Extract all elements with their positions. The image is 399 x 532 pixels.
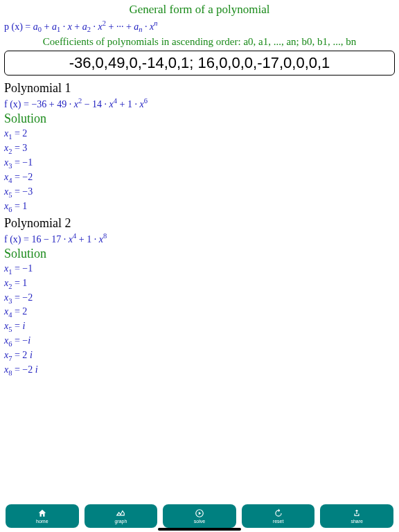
tab-label: graph (114, 519, 127, 524)
root-item: x2 = 3 (4, 142, 395, 157)
graph-icon (116, 508, 125, 518)
root-item: x7 = 2 i (4, 349, 395, 364)
home-indicator (158, 528, 241, 531)
root-item: x6 = 1 (4, 200, 395, 215)
tab-label: home (36, 519, 48, 524)
root-item: x8 = −2 i (4, 364, 395, 378)
root-item: x2 = 1 (4, 277, 395, 292)
root-item: x6 = −i (4, 335, 395, 349)
root-item: x3 = −1 (4, 157, 395, 171)
root-item: x1 = 2 (4, 127, 395, 142)
root-item: x4 = −2 (4, 171, 395, 186)
page-title: General form of a polynomial (4, 3, 395, 17)
polynomial-1-expression: f (x) = −36 + 49 · x2 − 14 · x4 + 1 · x6 (4, 97, 395, 110)
coefficients-label: Coefficients of polynomials in ascending… (4, 36, 395, 48)
graph-button[interactable]: graph (85, 504, 158, 528)
share-icon (352, 508, 362, 518)
home-button[interactable]: home (6, 504, 79, 528)
root-item: x5 = −3 (4, 186, 395, 200)
root-item: x5 = i (4, 320, 395, 335)
root-item: x3 = −2 (4, 292, 395, 306)
polynomial-2-heading: Polynomial 2 (4, 216, 395, 231)
tab-label: solve (194, 519, 205, 524)
roots-list-2: x1 = −1x2 = 1x3 = −2x4 = 2x5 = ix6 = −ix… (4, 263, 395, 379)
solve-button[interactable]: solve (163, 504, 236, 528)
home-icon (37, 508, 47, 518)
main-content: General form of a polynomial p (x) = a0 … (0, 0, 399, 500)
solution-heading-1: Solution (4, 112, 395, 126)
share-button[interactable]: share (320, 504, 393, 528)
reset-button[interactable]: reset (242, 504, 315, 528)
coefficients-input[interactable] (4, 51, 395, 76)
polynomial-1-heading: Polynomial 1 (4, 81, 395, 96)
solution-heading-2: Solution (4, 247, 395, 261)
tab-label: share (351, 519, 363, 524)
play-icon (195, 508, 204, 518)
root-item: x4 = 2 (4, 305, 395, 320)
polynomial-2-expression: f (x) = 16 − 17 · x4 + 1 · x8 (4, 232, 395, 245)
root-item: x1 = −1 (4, 263, 395, 277)
reset-icon (274, 508, 283, 518)
roots-list-1: x1 = 2x2 = 3x3 = −1x4 = −2x5 = −3x6 = 1 (4, 127, 395, 215)
general-form-equation: p (x) = a0 + a1 · x + a2 · x2 + ··· + an… (4, 19, 395, 33)
tab-label: reset (273, 519, 284, 524)
